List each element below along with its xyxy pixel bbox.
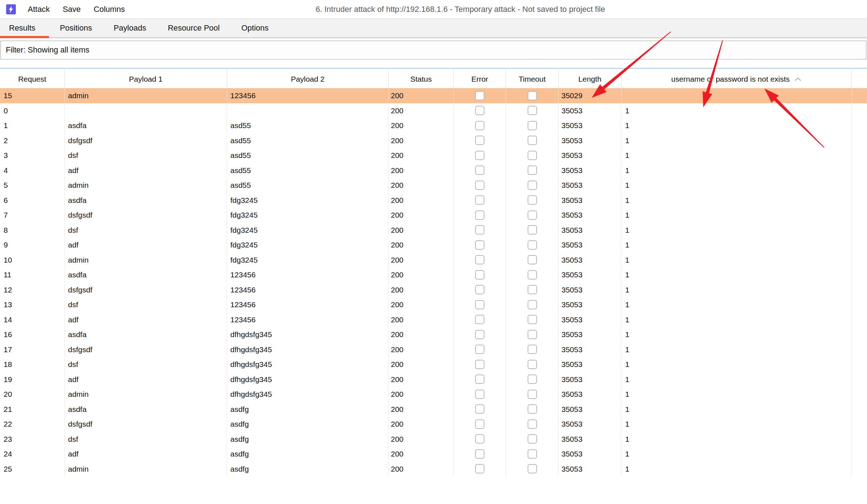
timeout-checkbox[interactable] <box>528 345 537 354</box>
error-checkbox[interactable] <box>475 419 484 429</box>
timeout-checkbox[interactable] <box>528 330 537 339</box>
timeout-checkbox[interactable] <box>528 121 537 130</box>
table-row[interactable]: 17dsfgsdfdfhgdsfg345200350531 <box>0 342 867 357</box>
table-row[interactable]: 1asdfaasd55200350531 <box>0 118 867 133</box>
timeout-checkbox[interactable] <box>528 374 537 384</box>
timeout-checkbox[interactable] <box>528 136 537 145</box>
table-row[interactable]: 24adfasdfg200350531 <box>0 446 867 462</box>
table-row[interactable]: 7dsfgsdffdg3245200350531 <box>0 208 867 223</box>
error-checkbox[interactable] <box>475 330 484 339</box>
timeout-checkbox[interactable] <box>528 181 537 190</box>
table-row[interactable]: 9adffdg3245200350531 <box>0 237 867 253</box>
result-flag-cell: 1 <box>622 253 852 268</box>
table-row[interactable]: 0200350531 <box>0 103 867 118</box>
timeout-checkbox[interactable] <box>528 315 537 324</box>
payload1-cell: asdfa <box>65 327 227 342</box>
timeout-checkbox[interactable] <box>528 300 537 309</box>
error-checkbox[interactable] <box>475 374 484 384</box>
error-checkbox[interactable] <box>475 136 484 145</box>
request-cell: 16 <box>0 327 65 342</box>
error-checkbox[interactable] <box>475 315 484 324</box>
filter-bar[interactable]: Filter: Showing all items <box>0 41 866 59</box>
column-header-length[interactable]: Length <box>559 69 622 89</box>
timeout-checkbox <box>506 118 559 133</box>
tab-positions[interactable]: Positions <box>49 19 103 37</box>
error-checkbox[interactable] <box>475 300 484 309</box>
timeout-checkbox[interactable] <box>528 449 537 459</box>
timeout-checkbox[interactable] <box>528 106 537 115</box>
tab-options[interactable]: Options <box>230 19 279 37</box>
table-row[interactable]: 15admin12345620035029 <box>0 88 867 103</box>
timeout-checkbox[interactable] <box>528 434 537 444</box>
error-checkbox[interactable] <box>475 165 484 175</box>
timeout-checkbox[interactable] <box>528 464 537 473</box>
error-checkbox[interactable] <box>475 464 484 473</box>
timeout-checkbox[interactable] <box>528 390 537 399</box>
timeout-checkbox[interactable] <box>528 91 537 100</box>
timeout-checkbox[interactable] <box>528 210 537 220</box>
error-checkbox[interactable] <box>475 121 484 130</box>
timeout-checkbox[interactable] <box>528 285 537 294</box>
column-header-payload2[interactable]: Payload 2 <box>227 69 389 89</box>
timeout-checkbox[interactable] <box>528 151 537 160</box>
table-row[interactable]: 19adfdfhgdsfg345200350531 <box>0 372 867 387</box>
error-checkbox[interactable] <box>475 449 484 459</box>
timeout-checkbox[interactable] <box>528 419 537 429</box>
table-row[interactable]: 16asdfadfhgdsfg345200350531 <box>0 327 867 342</box>
table-row[interactable]: 11asdfa123456200350531 <box>0 267 867 282</box>
table-row[interactable]: 5adminasd55200350531 <box>0 178 867 193</box>
menu-save[interactable]: Save <box>63 5 81 14</box>
error-checkbox[interactable] <box>475 195 484 205</box>
error-checkbox[interactable] <box>475 181 484 190</box>
error-checkbox[interactable] <box>475 360 484 369</box>
error-checkbox[interactable] <box>475 91 484 100</box>
column-header-flag[interactable]: username or password is not exists <box>622 69 852 89</box>
error-checkbox[interactable] <box>475 345 484 354</box>
timeout-checkbox[interactable] <box>528 195 537 205</box>
timeout-checkbox[interactable] <box>528 360 537 369</box>
table-row[interactable]: 22dsfgsdfasdfg200350531 <box>0 417 867 432</box>
error-checkbox[interactable] <box>475 285 484 294</box>
column-header-request[interactable]: Request <box>0 69 65 89</box>
table-row[interactable]: 20admindfhgdsfg345200350531 <box>0 387 867 402</box>
tab-payloads[interactable]: Payloads <box>103 19 157 37</box>
table-row[interactable]: 18dsfdfhgdsfg345200350531 <box>0 357 867 372</box>
error-checkbox[interactable] <box>475 404 484 414</box>
table-row[interactable]: 21asdfaasdfg200350531 <box>0 402 867 417</box>
tab-results[interactable]: Results <box>0 19 49 37</box>
table-row[interactable]: 6asdfafdg3245200350531 <box>0 193 867 208</box>
column-header-status[interactable]: Status <box>389 69 454 89</box>
timeout-checkbox[interactable] <box>528 240 537 250</box>
table-row[interactable]: 8dsffdg3245200350531 <box>0 223 867 238</box>
column-header-payload1[interactable]: Payload 1 <box>65 69 227 89</box>
column-header-error[interactable]: Error <box>454 69 506 89</box>
table-row[interactable]: 2dsfgsdfasd55200350531 <box>0 133 867 148</box>
table-row[interactable]: 14adf123456200350531 <box>0 312 867 327</box>
table-row[interactable]: 3dsfasd55200350531 <box>0 148 867 163</box>
table-row[interactable]: 10adminfdg3245200350531 <box>0 253 867 268</box>
timeout-checkbox[interactable] <box>528 225 537 235</box>
error-checkbox[interactable] <box>475 270 484 280</box>
error-checkbox[interactable] <box>475 225 484 235</box>
table-row[interactable]: 23dsfasdfg200350531 <box>0 432 867 447</box>
table-row[interactable]: 4adfasd55200350531 <box>0 163 867 178</box>
menu-attack[interactable]: Attack <box>28 5 50 14</box>
column-header-timeout[interactable]: Timeout <box>506 69 559 89</box>
error-checkbox[interactable] <box>475 255 484 264</box>
timeout-checkbox[interactable] <box>528 404 537 414</box>
table-row[interactable]: 13dsf123456200350531 <box>0 297 867 312</box>
error-checkbox[interactable] <box>475 151 484 160</box>
menu-columns[interactable]: Columns <box>94 5 125 14</box>
timeout-checkbox[interactable] <box>528 270 537 280</box>
table-row[interactable]: 12dsfgsdf123456200350531 <box>0 282 867 298</box>
error-checkbox[interactable] <box>475 390 484 399</box>
error-checkbox[interactable] <box>475 434 484 444</box>
tab-resource-pool[interactable]: Resource Pool <box>157 19 230 37</box>
timeout-checkbox[interactable] <box>528 255 537 264</box>
payload1-cell: asdfa <box>65 402 227 417</box>
table-row[interactable]: 25adminasdfg200350531 <box>0 462 867 477</box>
timeout-checkbox[interactable] <box>528 165 537 175</box>
error-checkbox[interactable] <box>475 106 484 115</box>
error-checkbox[interactable] <box>475 240 484 250</box>
error-checkbox[interactable] <box>475 210 484 220</box>
